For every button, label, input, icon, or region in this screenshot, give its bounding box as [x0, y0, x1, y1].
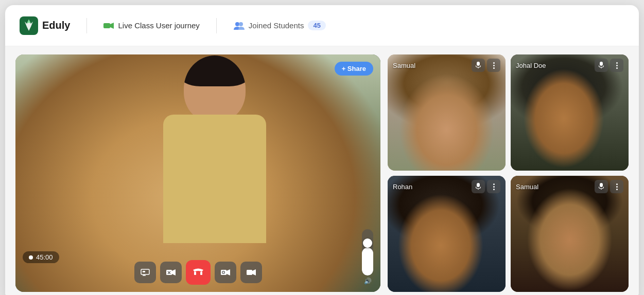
tile-actions-2 [595, 59, 623, 72]
volume-thumb [363, 238, 372, 248]
participant-name-3: Rohan [393, 183, 412, 191]
participant-name-1: Samual [393, 62, 415, 69]
svg-rect-32 [477, 183, 480, 187]
participant-tile-1: Samual [388, 54, 506, 171]
screen-share-btn[interactable] [134, 262, 156, 283]
more-btn-1[interactable] [487, 59, 500, 72]
dots-icon [247, 269, 256, 276]
svg-point-24 [493, 62, 495, 64]
tile-topbar-1: Samual [388, 54, 506, 76]
svg-point-41 [616, 189, 618, 190]
mic-btn-3[interactable] [472, 180, 485, 193]
more-icon-1 [493, 62, 495, 69]
svg-point-29 [616, 62, 618, 64]
mic-btn-1[interactable] [472, 59, 485, 72]
tile-topbar-3: Rohan [388, 176, 506, 197]
screen-share-icon [141, 269, 150, 276]
participant-grid: Samual [388, 54, 629, 292]
main-video: + Share 45:00 [15, 54, 380, 292]
svg-marker-10 [172, 269, 176, 275]
people-icon [233, 22, 245, 30]
svg-point-31 [616, 67, 618, 69]
participant-name-4: Samual [516, 183, 538, 191]
svg-point-30 [616, 65, 618, 66]
video-camera-icon [103, 22, 114, 29]
mic-icon-1 [476, 62, 481, 69]
svg-point-40 [616, 186, 618, 188]
end-call-btn[interactable] [186, 260, 211, 285]
presenter-head [184, 56, 246, 122]
timer-badge: 45:00 [23, 251, 59, 263]
svg-point-3 [235, 22, 239, 26]
nav-live-label: Live Class User journey [118, 21, 199, 30]
svg-rect-13 [194, 272, 196, 275]
participant-tile-2: Johal Doe [511, 54, 629, 171]
svg-marker-21 [252, 269, 256, 275]
mic-btn-2[interactable] [595, 59, 608, 72]
more-btn-4[interactable] [610, 180, 623, 193]
video-icon [166, 269, 176, 276]
more-btn-3[interactable] [487, 180, 500, 193]
tile-topbar-2: Johal Doe [511, 54, 629, 76]
svg-point-4 [239, 22, 243, 26]
svg-point-25 [493, 65, 495, 66]
tile-topbar-4: Samual [511, 176, 629, 197]
more-icon-2 [616, 62, 618, 69]
participant-tile-4: Samual [511, 176, 629, 292]
nav-joined-students[interactable]: Joined Students 45 [233, 21, 326, 30]
tile-actions-1 [472, 59, 500, 72]
main-presenter [15, 54, 380, 292]
more-icon-3 [493, 183, 495, 190]
svg-point-39 [616, 183, 618, 185]
more-icon-4 [616, 183, 618, 190]
tile-actions-4 [595, 180, 623, 193]
participant-name-2: Johal Doe [516, 62, 546, 69]
presenter-silhouette [132, 56, 297, 261]
main-video-background: + Share 45:00 [15, 54, 380, 292]
more-btn-2[interactable] [610, 59, 623, 72]
mic-icon-4 [599, 183, 604, 190]
svg-marker-2 [110, 23, 114, 29]
timer-text: 45:00 [36, 253, 53, 261]
app-container: Eduly Live Class User journey Joined Stu… [5, 5, 639, 295]
header-divider [86, 18, 87, 33]
svg-rect-22 [477, 62, 480, 66]
nav-joined-label: Joined Students [249, 21, 304, 30]
svg-rect-20 [247, 270, 252, 275]
logo-area: Eduly [20, 16, 70, 35]
volume-icon: 🔊 [364, 278, 372, 285]
svg-rect-27 [600, 62, 603, 66]
phone-icon [193, 268, 204, 277]
volume-track [362, 229, 373, 275]
controls-bar [134, 260, 262, 285]
svg-point-36 [493, 189, 495, 190]
more-options-btn[interactable] [240, 262, 262, 283]
volume-fill [362, 248, 373, 275]
svg-marker-16 [227, 269, 230, 275]
nav-live-class[interactable]: Live Class User journey [103, 21, 199, 30]
svg-rect-1 [103, 23, 110, 28]
volume-slider[interactable]: 🔊 [362, 229, 373, 285]
header: Eduly Live Class User journey Joined Stu… [5, 5, 639, 46]
svg-point-34 [493, 183, 495, 185]
presenter-body [163, 115, 266, 243]
mic-icon-2 [599, 62, 604, 69]
logo-icon [20, 16, 38, 35]
svg-rect-37 [600, 183, 603, 187]
share-button[interactable]: + Share [335, 62, 373, 76]
add-video-icon [221, 269, 230, 276]
mic-btn-4[interactable] [595, 180, 608, 193]
header-divider-2 [216, 18, 217, 33]
svg-rect-6 [143, 271, 145, 272]
mic-icon-3 [476, 183, 481, 190]
timer-dot [29, 255, 33, 260]
main-content: + Share 45:00 [5, 46, 639, 295]
svg-point-35 [493, 186, 495, 188]
tile-actions-3 [472, 180, 500, 193]
add-video-btn[interactable] [215, 262, 236, 283]
svg-point-26 [493, 67, 495, 69]
video-toggle-btn[interactable] [160, 262, 182, 283]
svg-rect-14 [200, 272, 202, 275]
logo-text: Eduly [42, 20, 70, 31]
participant-tile-3: Rohan [388, 176, 506, 292]
